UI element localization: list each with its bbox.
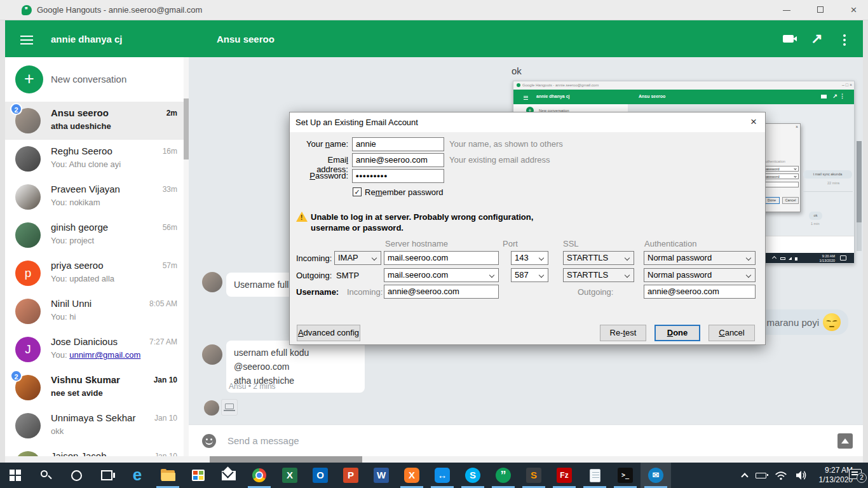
sublime-text-icon[interactable]: S <box>519 463 549 488</box>
action-center-button[interactable]: 2 <box>849 469 862 479</box>
attach-image-icon[interactable] <box>837 433 853 449</box>
incoming-auth-select[interactable]: Normal password <box>644 251 756 265</box>
window-left-edge <box>0 20 5 463</box>
notepad-icon[interactable] <box>580 463 610 488</box>
email-link[interactable]: unnimr@gmail.com <box>69 350 140 360</box>
powerpoint-icon[interactable]: P <box>336 463 366 488</box>
outgoing-ssl-select[interactable]: STARTTLS <box>563 268 634 282</box>
outlook-icon[interactable]: O <box>305 463 336 488</box>
name-label: Your name: <box>294 139 348 149</box>
conversation-preview: You: updated alla <box>51 274 114 283</box>
wifi-icon[interactable] <box>775 471 787 480</box>
horizontal-scrollbar-track[interactable] <box>5 456 863 463</box>
chat-scrollbar-handle[interactable] <box>857 141 862 222</box>
attachment-placeholder-icon[interactable] <box>221 399 238 416</box>
incoming-protocol-select[interactable]: IMAP <box>334 251 381 265</box>
xampp-icon[interactable]: X <box>397 463 427 488</box>
skype-icon[interactable]: S <box>458 463 488 488</box>
incoming-host-input[interactable]: mail.seeroo.com <box>384 251 499 265</box>
mini-account-name: annie dhanya cj <box>536 94 570 98</box>
conversation-time: 16m <box>163 147 177 156</box>
sidebar-scrollbar-handle[interactable] <box>184 98 189 159</box>
incoming-port-combo[interactable]: 143 <box>511 251 548 265</box>
conversation-name: ginish george <box>51 222 108 233</box>
hangouts-app-icon: ❞ <box>22 5 32 15</box>
app-header: annie dhanya cj Ansu seeroo ↗ <box>5 20 863 57</box>
email-hint: Your existing email address <box>449 155 550 165</box>
teamviewer-icon[interactable]: ↔ <box>427 463 458 488</box>
retest-button[interactable]: Re-test <box>600 325 646 341</box>
sender-avatar <box>204 400 219 416</box>
mini-select: password <box>763 166 799 172</box>
avatar: p <box>15 261 41 286</box>
account-name: annie dhanya cj <box>51 34 123 44</box>
message-input[interactable]: Send a message <box>227 435 299 446</box>
mini-open-icon: ↗ <box>832 93 837 99</box>
minimize-button[interactable] <box>772 0 801 20</box>
mini-tray-volume <box>795 257 797 261</box>
start-button[interactable] <box>0 463 31 488</box>
outgoing-host-combo[interactable]: mail.seeroo.com <box>384 268 499 282</box>
tray-date: 1/13/2020 <box>802 475 853 485</box>
outgoing-port-combo[interactable]: 587 <box>511 268 548 282</box>
conversation-row-ninil[interactable]: Ninil Unni You: hi 8:05 AM <box>5 292 189 330</box>
window-titlebar: ❞ Google Hangouts - annie.seeroo@gmail.c… <box>0 0 868 20</box>
incoming-ssl-select[interactable]: STARTTLS <box>563 251 634 265</box>
done-button[interactable]: Done <box>654 325 700 341</box>
dialog-close-icon[interactable]: × <box>746 115 761 129</box>
cortana-button[interactable] <box>61 463 92 488</box>
password-input[interactable]: ••••••••• <box>352 169 444 183</box>
thunderbird-icon[interactable]: ✉ <box>641 463 671 488</box>
horizontal-scrollbar-handle[interactable] <box>210 456 362 463</box>
video-call-icon[interactable] <box>783 35 794 43</box>
username-incoming-input[interactable]: annie@seeroo.com <box>384 285 499 299</box>
command-prompt-icon[interactable]: >_ <box>610 463 641 488</box>
battery-icon[interactable] <box>756 473 766 478</box>
store-icon[interactable] <box>183 463 214 488</box>
menu-icon[interactable] <box>20 33 33 47</box>
file-explorer-icon[interactable] <box>153 463 183 488</box>
email-input[interactable]: annie@seeroo.com <box>352 153 444 167</box>
close-button[interactable]: × <box>839 0 868 20</box>
outgoing-auth-select[interactable]: Normal password <box>644 268 756 282</box>
chrome-icon[interactable] <box>244 463 275 488</box>
mail-icon[interactable] <box>214 463 244 488</box>
conversation-row-vishnu[interactable]: 2 Vishnu Skumar nee set avide Jan 10 <box>5 369 189 407</box>
filezilla-icon[interactable]: Fz <box>549 463 580 488</box>
tray-chevron-icon[interactable] <box>741 473 748 480</box>
conversation-row-reghu[interactable]: Reghu Seeroo You: Athu clone ayi 16m <box>5 140 189 178</box>
conversation-row-praveen[interactable]: Praveen Vijayan You: nokikam 33m <box>5 178 189 216</box>
task-view-button[interactable] <box>92 463 122 488</box>
conversation-row-ansu[interactable]: 2 Ansu seeroo atha udeshiche 2m <box>5 102 189 140</box>
hangouts-icon[interactable]: ” <box>488 463 519 488</box>
advanced-config-button[interactable]: Advanced config <box>297 325 360 341</box>
conversation-name: Ansu seeroo <box>51 107 109 118</box>
taskbar-clock[interactable]: 9:27 AM 1/13/2020 <box>802 466 853 485</box>
message-ok: ok <box>512 65 522 76</box>
conversation-time: 8:05 AM <box>149 299 177 308</box>
word-icon[interactable]: W <box>366 463 397 488</box>
conversation-row-ginish[interactable]: ginish george You: project 56m <box>5 216 189 254</box>
message-line: usernam efull kodu @seeroo.com <box>234 346 357 374</box>
emoji-picker-icon[interactable] <box>202 434 216 448</box>
mini-bubble-time: 1 min <box>811 222 819 226</box>
conversation-row-priya[interactable]: p priya seeroo You: updated alla 57m <box>5 254 189 292</box>
remember-password-checkbox[interactable]: ✓ <box>353 187 362 196</box>
open-in-window-icon[interactable]: ↗ <box>811 30 822 47</box>
edge-icon[interactable]: e <box>122 463 153 488</box>
more-options-icon[interactable] <box>839 32 850 48</box>
maximize-button[interactable] <box>806 0 834 20</box>
conversation-preview: You: unnimr@gmail.com <box>51 350 140 360</box>
conversation-name: Reghu Seeroo <box>51 146 112 156</box>
conversation-preview: You: project <box>51 236 94 245</box>
name-input[interactable]: annie <box>352 137 444 151</box>
conversation-row-unnimaya[interactable]: Unnimaya S Sekhar okk Jan 10 <box>5 407 189 445</box>
mini-setup-dialog: × Authentication password password Done … <box>760 123 801 212</box>
excel-icon[interactable]: X <box>275 463 305 488</box>
mini-divider <box>803 191 853 192</box>
conversation-row-jose[interactable]: J Jose Dianicious You: unnimr@gmail.com … <box>5 330 189 369</box>
new-conversation-button[interactable]: + New conversation <box>5 57 189 102</box>
username-outgoing-input[interactable]: annie@seeroo.com <box>644 285 756 299</box>
search-button[interactable] <box>31 463 61 488</box>
cancel-button[interactable]: Cancel <box>709 325 755 341</box>
